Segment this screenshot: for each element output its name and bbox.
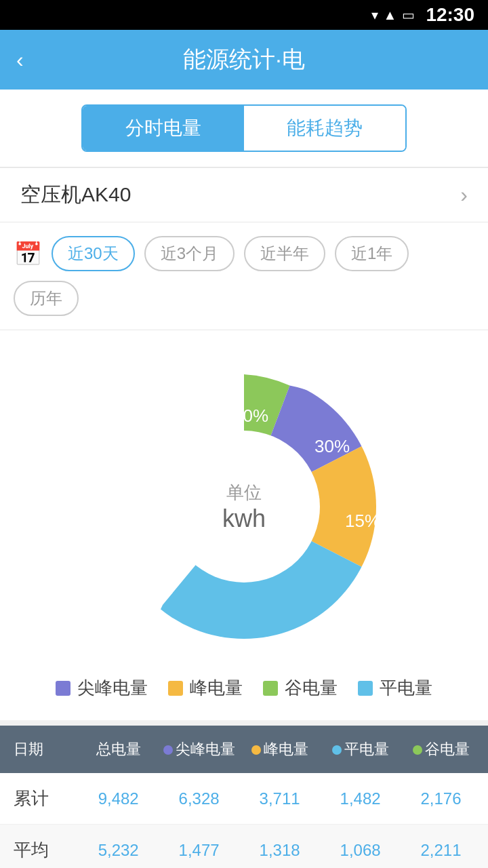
legend-dot-flat xyxy=(358,681,373,696)
filter-halfyear[interactable]: 近半年 xyxy=(244,236,325,271)
status-bar: ▾ ▲ ▭ 12:30 xyxy=(0,0,488,30)
tab-time-electricity[interactable]: 分时电量 xyxy=(83,106,244,151)
legend-label-valley: 谷电量 xyxy=(285,676,338,700)
dot-peak xyxy=(251,745,261,755)
wifi-icon: ▾ xyxy=(371,7,378,23)
cell-valley-1: 2,211 xyxy=(401,841,481,860)
page-title: 能源统计·电 xyxy=(183,44,304,75)
col-header-flat: 平电量 xyxy=(320,739,401,760)
dot-valley xyxy=(413,745,422,755)
chart-legend: 尖峰电量 峰电量 谷电量 平电量 xyxy=(56,676,432,707)
table-header-row: 日期 总电量 尖峰电量 峰电量 平电量 谷电量 xyxy=(0,726,488,773)
col-header-valley: 谷电量 xyxy=(401,739,481,760)
cell-flat-0: 1,482 xyxy=(320,789,401,808)
calendar-icon[interactable]: 📅 xyxy=(14,240,42,267)
svg-text:15%: 15% xyxy=(345,511,380,531)
signal-icon: ▲ xyxy=(384,7,397,23)
legend-label-flat: 平电量 xyxy=(380,676,432,700)
cell-peak-0: 3,711 xyxy=(239,789,320,808)
cell-peaktip-0: 6,328 xyxy=(159,789,239,808)
col-header-total: 总电量 xyxy=(78,739,159,760)
table-row-average: 平均 5,232 1,477 1,318 1,068 2,211 xyxy=(0,825,488,868)
cell-flat-1: 1,068 xyxy=(320,841,401,860)
chevron-right-icon: › xyxy=(460,182,468,208)
back-button[interactable]: ‹ xyxy=(16,47,24,73)
filter-history[interactable]: 历年 xyxy=(14,281,79,316)
svg-text:40%: 40% xyxy=(142,541,177,561)
chart-area: 30% 15% 10% 40% 单位 kwh 尖峰电量 峰电量 谷电量 平电量 xyxy=(0,330,488,720)
legend-item-peak: 峰电量 xyxy=(168,676,243,700)
app-header: ‹ 能源统计·电 xyxy=(0,30,488,90)
cell-total-0: 9,482 xyxy=(78,789,159,808)
tab-switch: 分时电量 能耗趋势 xyxy=(81,104,407,152)
status-icons: ▾ ▲ ▭ 12:30 xyxy=(371,4,474,26)
donut-center-label: 单位 kwh xyxy=(222,481,266,533)
unit-label: 单位 xyxy=(222,481,266,505)
unit-value: kwh xyxy=(222,505,266,533)
cell-total-1: 5,232 xyxy=(78,841,159,860)
tab-energy-trend[interactable]: 能耗趋势 xyxy=(244,106,405,151)
filter-30days[interactable]: 近30天 xyxy=(52,236,135,271)
cell-valley-0: 2,176 xyxy=(401,789,481,808)
legend-dot-valley xyxy=(263,681,278,696)
status-time: 12:30 xyxy=(426,4,474,26)
dot-flat xyxy=(332,745,342,755)
device-name: 空压机AK40 xyxy=(20,181,131,209)
legend-dot-peak-tip xyxy=(56,681,70,696)
cell-date-0: 累计 xyxy=(7,787,78,810)
svg-text:10%: 10% xyxy=(233,406,268,426)
legend-item-flat: 平电量 xyxy=(358,676,432,700)
col-header-date: 日期 xyxy=(7,739,78,760)
legend-item-valley: 谷电量 xyxy=(263,676,338,700)
col-header-peak-tip: 尖峰电量 xyxy=(159,739,239,760)
filter-3months[interactable]: 近3个月 xyxy=(144,236,235,271)
donut-chart: 30% 15% 10% 40% 单位 kwh xyxy=(88,351,400,663)
table-row-cumulative: 累计 9,482 6,328 3,711 1,482 2,176 xyxy=(0,773,488,825)
data-table: 日期 总电量 尖峰电量 峰电量 平电量 谷电量 累计 9,482 6,328 3… xyxy=(0,726,488,868)
filter-1year[interactable]: 近1年 xyxy=(335,236,409,271)
tab-switch-container: 分时电量 能耗趋势 xyxy=(0,90,488,167)
cell-peaktip-1: 1,477 xyxy=(159,841,239,860)
filter-section: 📅 近30天 近3个月 近半年 近1年 历年 xyxy=(0,222,488,330)
col-header-peak: 峰电量 xyxy=(239,739,320,760)
battery-icon: ▭ xyxy=(402,7,415,23)
legend-item-peak-tip: 尖峰电量 xyxy=(56,676,148,700)
cell-peak-1: 1,318 xyxy=(239,841,320,860)
legend-label-peak-tip: 尖峰电量 xyxy=(77,676,148,700)
device-selector[interactable]: 空压机AK40 › xyxy=(0,168,488,222)
cell-date-1: 平均 xyxy=(7,838,78,862)
legend-dot-peak xyxy=(168,681,183,696)
legend-label-peak: 峰电量 xyxy=(190,676,243,700)
dot-peak-tip xyxy=(163,745,173,755)
svg-text:30%: 30% xyxy=(314,436,350,456)
